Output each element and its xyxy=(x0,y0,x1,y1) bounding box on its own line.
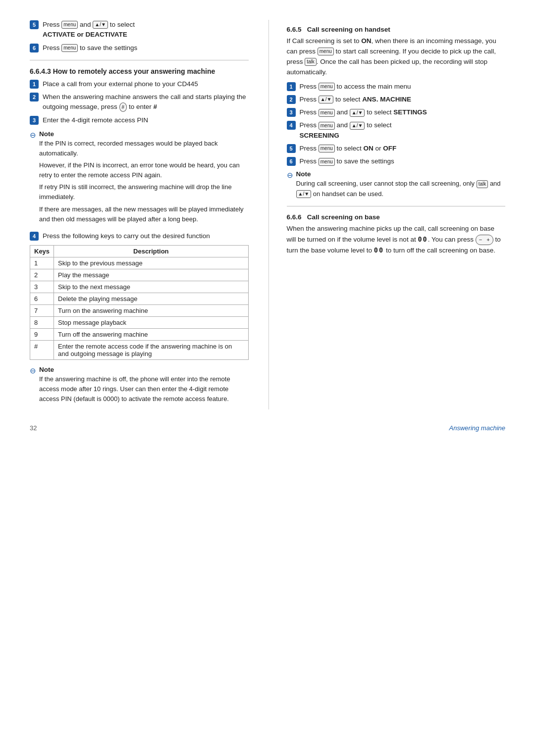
table-header-keys: Keys xyxy=(30,246,54,257)
page-number: 32 xyxy=(30,424,37,432)
desc-1: Skip to the previous message xyxy=(54,257,248,269)
step-665-4-text: Press menu and ▲/▼ to select SCREENING xyxy=(300,120,392,141)
step-665-4: 4 Press menu and ▲/▼ to select SCREENING xyxy=(287,120,506,141)
note-icon-2: ⊖ xyxy=(30,366,36,375)
step-665-1: 1 Press menu to access the main menu xyxy=(287,82,506,92)
section-643-title: 6.6.4.3 How to remotely access your answ… xyxy=(30,67,249,75)
step-num-665-5: 5 xyxy=(287,144,296,153)
menu-btn-icon: menu xyxy=(61,21,78,29)
note-665-content: Note During call screening, user cannot … xyxy=(296,170,506,199)
section-665-title: 6.6.5 Call screening on handset xyxy=(287,26,506,33)
step-643-1: 1 Place a call from your external phone … xyxy=(30,79,249,89)
step-643-3-text: Enter the 4-digit remote access PIN xyxy=(43,115,148,125)
footer-section-label: Answering machine xyxy=(449,424,505,432)
step-665-1-text: Press menu to access the main menu xyxy=(300,82,411,92)
section-666-text: When the answering machine picks up the … xyxy=(287,224,506,256)
step-643-2: 2 When the answering machine answers the… xyxy=(30,92,249,112)
step-665-5-text: Press menu to select ON or OFF xyxy=(300,144,397,153)
table-row: 3 Skip to the next message xyxy=(30,281,249,293)
desc-7: Turn on the answering machine xyxy=(54,305,248,317)
step-5: 5 Press menu and ▲/▼ to select ACTIVATE … xyxy=(30,20,249,40)
talk-btn-665: talk xyxy=(305,58,317,66)
table-row: 2 Play the message xyxy=(30,269,249,281)
key-7: 7 xyxy=(30,305,54,317)
step-665-6: 6 Press menu to save the settings xyxy=(287,156,506,166)
note-label-2: Note xyxy=(39,366,249,373)
step-665-6-text: Press menu to save the settings xyxy=(300,156,394,166)
step-num-643-3: 3 xyxy=(30,116,39,125)
step-665-3: 3 Press menu and ▲/▼ to select SETTINGS xyxy=(287,107,506,117)
note-643-1-text: If the PIN is correct, recorded messages… xyxy=(39,139,249,224)
talk-btn-note-665: talk xyxy=(477,180,488,188)
note-label-665: Note xyxy=(296,170,506,178)
right-column: 6.6.5 Call screening on handset If Call … xyxy=(268,20,506,409)
divider-right xyxy=(287,206,506,206)
desc-hash: Enter the remote access code if the answ… xyxy=(54,341,248,360)
nav-btn-665-4: ▲/▼ xyxy=(350,122,365,130)
menu-btn-665: menu xyxy=(318,48,334,55)
zero-display-1: 00 xyxy=(418,235,428,243)
desc-8: Stop message playback xyxy=(54,317,248,329)
step-643-4: 4 Press the following keys to carry out … xyxy=(30,231,249,241)
table-row: # Enter the remote access code if the an… xyxy=(30,341,249,360)
menu-btn-665-3: menu xyxy=(319,109,335,117)
step-6-text: Press menu to save the settings xyxy=(43,43,137,53)
step-num-665-2: 2 xyxy=(287,95,296,104)
step-num-6: 6 xyxy=(30,44,39,52)
step-num-665-1: 1 xyxy=(287,82,296,91)
key-1: 1 xyxy=(30,257,54,269)
nav-btn-665-3: ▲/▼ xyxy=(350,109,365,117)
desc-9: Turn off the answering machine xyxy=(54,329,248,341)
menu-btn-665-1: menu xyxy=(319,83,335,91)
key-hash: # xyxy=(30,341,54,360)
table-row: 1 Skip to the previous message xyxy=(30,257,249,269)
key-2: 2 xyxy=(30,269,54,281)
step-num-643-2: 2 xyxy=(30,93,39,101)
step-num-665-6: 6 xyxy=(287,157,296,166)
key-6: 6 xyxy=(30,293,54,305)
note-643-2-content: Note If the answering machine is off, th… xyxy=(39,366,249,404)
key-3: 3 xyxy=(30,281,54,293)
note-665-text: During call screening, user cannot stop … xyxy=(296,179,506,199)
zero-display-2: 00 xyxy=(374,246,384,254)
note-643-1-content: Note If the PIN is correct, recorded mes… xyxy=(39,130,249,226)
table-row: 8 Stop message playback xyxy=(30,317,249,329)
step-665-3-text: Press menu and ▲/▼ to select SETTINGS xyxy=(300,107,427,117)
nav-btn-icon: ▲/▼ xyxy=(93,21,108,29)
step-665-5: 5 Press menu to select ON or OFF xyxy=(287,144,506,153)
key-8: 8 xyxy=(30,317,54,329)
step-643-2-text: When the answering machine answers the c… xyxy=(43,92,249,112)
menu-btn-icon-6: menu xyxy=(61,44,78,52)
table-row: 7 Turn on the answering machine xyxy=(30,305,249,317)
note-643-2-text: If the answering machine is off, the pho… xyxy=(39,374,249,404)
table-header-desc: Description xyxy=(54,246,248,257)
step-num-643-1: 1 xyxy=(30,80,39,89)
divider-1 xyxy=(30,60,249,60)
desc-2: Play the message xyxy=(54,269,248,281)
step-6: 6 Press menu to save the settings xyxy=(30,43,249,53)
activate-deactivate-label: ACTIVATE or DEACTIVATE xyxy=(43,31,127,38)
keys-table: Keys Description 1 Skip to the previous … xyxy=(30,245,249,360)
left-column: 5 Press menu and ▲/▼ to select ACTIVATE … xyxy=(30,20,249,409)
step-665-2: 2 Press ▲/▼ to select ANS. MACHINE xyxy=(287,95,506,104)
step-num-665-3: 3 xyxy=(287,108,296,117)
desc-3: Skip to the next message xyxy=(54,281,248,293)
step-5-text: Press menu and ▲/▼ to select ACTIVATE or… xyxy=(43,20,135,40)
step-643-3: 3 Enter the 4-digit remote access PIN xyxy=(30,115,249,125)
note-643-2: ⊖ Note If the answering machine is off, … xyxy=(30,366,249,404)
section-666-title: 6.6.6 Call screening on base xyxy=(287,213,506,221)
note-label-1: Note xyxy=(39,130,249,138)
step-665-2-text: Press ▲/▼ to select ANS. MACHINE xyxy=(300,95,412,104)
step-num-643-4: 4 xyxy=(30,232,39,241)
nav-btn-note-665: ▲/▼ xyxy=(296,190,312,198)
vol-btn-666: − + xyxy=(476,235,493,245)
step-num-5: 5 xyxy=(30,20,39,29)
table-row: 6 Delete the playing message xyxy=(30,293,249,305)
note-643-1: ⊖ Note If the PIN is correct, recorded m… xyxy=(30,130,249,226)
hash-btn: # xyxy=(119,102,127,112)
menu-btn-665-6: menu xyxy=(319,158,335,166)
section-665-intro: If Call screening is set to ON, when the… xyxy=(287,36,506,78)
note-665: ⊖ Note During call screening, user canno… xyxy=(287,170,506,199)
step-643-4-text: Press the following keys to carry out th… xyxy=(43,231,210,241)
note-icon-1: ⊖ xyxy=(30,131,36,140)
